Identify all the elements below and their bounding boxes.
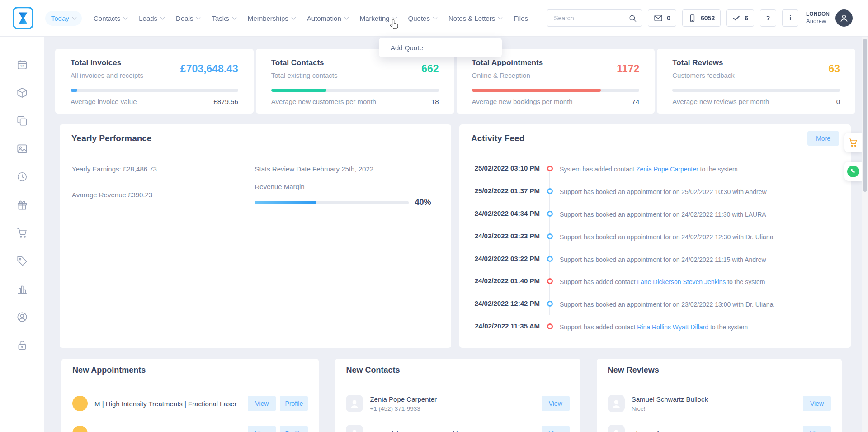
stat-subtitle: All invoices and receipts bbox=[71, 71, 143, 79]
contact-row: Zenia Pope Carpenter +1 (452) 371-9933 V… bbox=[346, 389, 569, 418]
sidebar-item-staff[interactable] bbox=[16, 311, 28, 323]
help-button[interactable]: ? bbox=[760, 9, 776, 27]
view-button[interactable]: View bbox=[248, 426, 276, 432]
user-avatar[interactable] bbox=[835, 9, 853, 27]
timeline-dot bbox=[547, 301, 553, 307]
search-icon bbox=[628, 14, 637, 23]
activity-text-pre: Support has booked an appointment for on… bbox=[560, 301, 773, 308]
contact-info: Lane Dickerson Steven Jenkins bbox=[370, 430, 537, 432]
scrollbar-thumb[interactable] bbox=[863, 39, 867, 192]
sidebar-item-point-of-sale[interactable] bbox=[16, 227, 28, 239]
chevron-down-icon bbox=[232, 15, 236, 19]
contact-phone: +1 (452) 371-9933 bbox=[370, 405, 537, 412]
review-row: Samuel Schwartz Bullock Nice! View bbox=[608, 389, 831, 418]
view-button[interactable]: View bbox=[248, 396, 276, 411]
nav-item-marketing[interactable]: Marketing bbox=[360, 14, 396, 22]
appointment-row: M | High Intensity Treatments | Fraction… bbox=[72, 389, 308, 418]
activity-item: 25/02/2022 03:10 PM System has added con… bbox=[471, 164, 840, 174]
person-placeholder-icon bbox=[349, 427, 360, 432]
page-scrollbar[interactable] bbox=[862, 0, 868, 432]
search-input[interactable] bbox=[547, 9, 623, 27]
search-button[interactable] bbox=[623, 9, 642, 27]
package-icon bbox=[16, 87, 28, 99]
nav-item-automation[interactable]: Automation bbox=[307, 14, 348, 22]
topbar-right-group: 0 6052 6 ? i LONDON Andrew bbox=[547, 9, 853, 27]
info-button[interactable]: i bbox=[782, 9, 798, 27]
yearly-earnings: Yearly Earnings: £28,486.73 bbox=[72, 165, 255, 173]
chevron-down-icon bbox=[291, 15, 296, 19]
sidebar-item-gift-vouchers[interactable] bbox=[16, 199, 28, 211]
sidebar-item-history[interactable] bbox=[16, 171, 28, 183]
sidebar-item-reports[interactable] bbox=[16, 283, 28, 295]
nav-item-deals[interactable]: Deals bbox=[176, 14, 200, 22]
nav-item-tasks[interactable]: Tasks bbox=[212, 14, 236, 22]
stat-card-invoices: Total Invoices All invoices and receipts… bbox=[55, 49, 254, 114]
activity-text: Support has booked an appointment for on… bbox=[560, 209, 840, 219]
view-button[interactable]: View bbox=[542, 426, 570, 432]
timeline-dot bbox=[547, 166, 553, 171]
stat-card-appointments: Total Appointments Online & Reception 11… bbox=[457, 49, 655, 114]
activity-time: 25/02/2022 03:10 PM bbox=[471, 164, 540, 172]
new-appointments-card: New Appointments M | High Intensity Trea… bbox=[61, 359, 319, 432]
view-button[interactable]: View bbox=[803, 426, 831, 432]
floating-whatsapp-widget[interactable] bbox=[844, 162, 862, 181]
info-icon: i bbox=[789, 14, 791, 22]
menu-item-add-quote[interactable]: Add Quote bbox=[391, 44, 423, 52]
yearly-performance-panel: Yearly Performance Yearly Earnings: £28,… bbox=[60, 124, 451, 348]
lock-icon bbox=[16, 339, 28, 351]
chevron-down-icon bbox=[392, 15, 397, 19]
view-button[interactable]: View bbox=[803, 396, 831, 411]
nav-item-notes-letters[interactable]: Notes & Letters bbox=[448, 14, 502, 22]
activity-text-pre: Support has booked an appointment for on… bbox=[560, 188, 767, 195]
phone-counter-button[interactable]: 6052 bbox=[682, 9, 721, 27]
location-label: LONDON bbox=[806, 11, 830, 18]
activity-time: 24/02/2022 12:42 PM bbox=[471, 299, 540, 307]
nav-item-memberships[interactable]: Memberships bbox=[248, 14, 295, 22]
review-note: Nice! bbox=[632, 405, 799, 412]
nav-item-leads[interactable]: Leads bbox=[139, 14, 164, 22]
review-info: Alex Stefan bbox=[632, 430, 799, 432]
progress-bar bbox=[271, 89, 439, 92]
sidebar-item-permissions[interactable] bbox=[16, 339, 28, 351]
view-button[interactable]: View bbox=[542, 396, 570, 411]
app-logo[interactable] bbox=[13, 7, 33, 29]
sidebar-item-discounts[interactable] bbox=[16, 255, 28, 267]
sidebar-item-services[interactable] bbox=[16, 87, 28, 99]
activity-contact-link[interactable]: Lane Dickerson Steven Jenkins bbox=[637, 278, 726, 285]
calendar-icon: 12 bbox=[16, 59, 28, 71]
activity-item: 24/02/2022 11:35 AM Support has added co… bbox=[471, 322, 840, 332]
appointment-name: Botox 3 Areas bbox=[94, 430, 244, 432]
contact-row: Lane Dickerson Steven Jenkins View bbox=[346, 418, 569, 432]
activity-text-post: to the system bbox=[708, 323, 748, 331]
stat-card-reviews: Total Reviews Customers feedback 63 Aver… bbox=[657, 49, 855, 114]
activity-item: 24/02/2022 04:34 PM Support has booked a… bbox=[471, 209, 840, 219]
average-revenue: Avarage Revenue £390.23 bbox=[72, 191, 255, 199]
activity-item: 24/02/2022 12:42 PM Support has booked a… bbox=[471, 299, 840, 309]
floating-cart-widget[interactable] bbox=[844, 133, 862, 152]
nav-item-today[interactable]: Today bbox=[45, 11, 82, 26]
tasks-counter-button[interactable]: 6 bbox=[726, 9, 754, 27]
nav-item-quotes[interactable]: Quotes bbox=[408, 14, 437, 22]
profile-button[interactable]: Profile bbox=[280, 396, 308, 411]
contact-avatar bbox=[346, 425, 363, 432]
person-placeholder-icon bbox=[610, 427, 622, 432]
nav-item-contacts[interactable]: Contacts bbox=[94, 14, 127, 22]
activity-text: Support has booked an appointment for on… bbox=[560, 187, 840, 196]
stat-card-contacts: Total Contacts Total existing contacts 6… bbox=[256, 49, 454, 114]
nav-label: Tasks bbox=[212, 14, 229, 22]
profile-button[interactable]: Profile bbox=[280, 426, 308, 432]
sidebar-item-gallery[interactable] bbox=[16, 143, 28, 155]
sidebar-item-templates[interactable] bbox=[16, 115, 28, 127]
activity-contact-link[interactable]: Zenia Pope Carpenter bbox=[636, 166, 698, 173]
mail-counter-button[interactable]: 0 bbox=[648, 9, 676, 27]
sidebar-item-calendar[interactable]: 12 bbox=[16, 59, 28, 71]
timeline-dot bbox=[547, 323, 553, 329]
more-button[interactable]: More bbox=[807, 131, 839, 146]
user-location-block: LONDON Andrew bbox=[806, 11, 830, 25]
contact-info: Zenia Pope Carpenter +1 (452) 371-9933 bbox=[370, 395, 537, 412]
activity-contact-link[interactable]: Rina Rollins Wyatt Dillard bbox=[637, 323, 708, 331]
stat-footer-value: 74 bbox=[632, 98, 640, 105]
card-title: New Contacts bbox=[346, 366, 400, 375]
activity-text-pre: Support has added contact bbox=[560, 323, 637, 331]
nav-item-files[interactable]: Files bbox=[514, 14, 528, 22]
